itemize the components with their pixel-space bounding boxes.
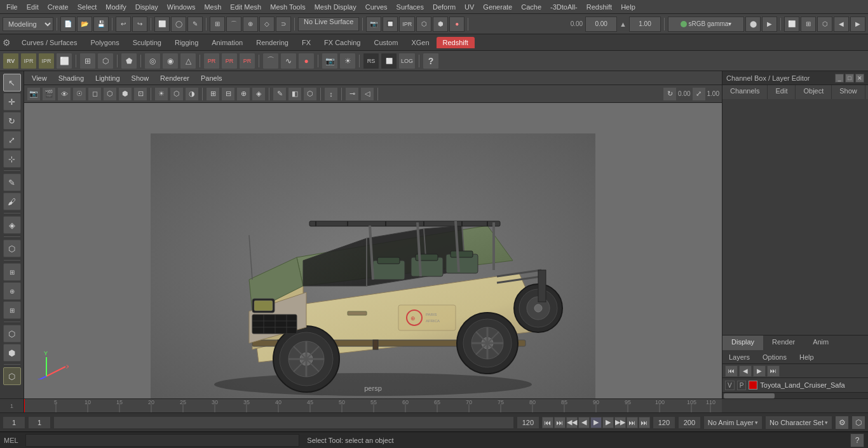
menu-mesh-tools[interactable]: Mesh Tools <box>266 2 309 12</box>
anim-prefs-btn[interactable]: ⚙ <box>835 416 849 430</box>
timeline-track[interactable]: 5 10 15 20 25 30 35 40 45 <box>24 399 722 412</box>
dra-tab-anim[interactable]: Anim <box>804 336 837 350</box>
vp-light2-btn[interactable]: ⬡ <box>170 87 184 101</box>
range-start-field[interactable] <box>3 416 25 429</box>
channel-box-close-btn[interactable]: ✕ <box>855 74 864 83</box>
menu-deform[interactable]: Deform <box>429 2 459 12</box>
vp-gpucache-btn[interactable]: ⬡ <box>303 87 317 101</box>
paint-tool-btn[interactable]: 🖌 <box>3 193 21 210</box>
vp-paint-effects-btn[interactable]: ✎ <box>273 87 287 101</box>
pb-go-end-btn[interactable]: ⏭ <box>639 417 650 428</box>
paint-btn[interactable]: ✎ <box>187 17 203 32</box>
menu-edit-mesh[interactable]: Edit Mesh <box>226 2 265 12</box>
anim-end2-field[interactable] <box>678 416 701 429</box>
menu-modify[interactable]: Modify <box>102 2 130 12</box>
ch-tab-object[interactable]: Object <box>796 85 832 99</box>
vp-snap-cam-btn[interactable]: ⊸ <box>345 87 359 101</box>
vp-img-plane-btn[interactable]: ◧ <box>288 87 302 101</box>
layer-icon-prev[interactable]: ◀ <box>739 365 752 377</box>
shelf-btn1[interactable]: ⬜ <box>784 17 799 32</box>
menu-edit[interactable]: Edit <box>23 2 43 12</box>
char-input-area[interactable] <box>53 416 514 429</box>
display-settings-btn[interactable]: ⬡ <box>416 17 431 32</box>
select-tool-btn[interactable]: ↖ <box>3 74 21 92</box>
snap-surface-btn[interactable]: ◇ <box>259 17 275 32</box>
command-input[interactable] <box>25 434 299 447</box>
vp-menu-view[interactable]: View <box>27 73 52 83</box>
snap-settings-btn[interactable]: ⊞ <box>3 263 21 281</box>
vp-cam-btn[interactable]: 📷 <box>27 87 41 101</box>
anim-extra-btn[interactable]: ⬡ <box>851 416 865 430</box>
menu-generate[interactable]: Generate <box>479 2 516 12</box>
layers-menu-help[interactable]: Help <box>796 352 818 362</box>
snap-magnet-btn[interactable]: ⊃ <box>276 17 291 32</box>
vp-menu-renderer[interactable]: Renderer <box>155 73 194 83</box>
shelf-icon-sphere[interactable]: ◎ <box>144 53 161 69</box>
layer-visibility[interactable]: V <box>725 381 735 390</box>
tab-custom[interactable]: Custom <box>368 37 405 48</box>
menu-curves[interactable]: Curves <box>362 2 391 12</box>
range-end-field[interactable] <box>517 416 539 429</box>
vp-bk-btn[interactable]: ◁ <box>360 87 374 101</box>
pb-go-start-btn[interactable]: ⏮ <box>542 417 553 428</box>
select-mode-btn[interactable]: ⬜ <box>154 17 170 32</box>
vp-menu-shading[interactable]: Shading <box>53 73 89 83</box>
shelf-icon-log[interactable]: LOG <box>398 53 416 69</box>
tab-animation[interactable]: Animation <box>205 37 249 48</box>
menu-cache[interactable]: Cache <box>517 2 545 12</box>
ch-tab-edit[interactable]: Edit <box>768 85 796 99</box>
shelf-btn5[interactable]: ▶ <box>850 17 865 32</box>
shelf-icon-camera[interactable]: 📷 <box>322 53 338 69</box>
vp-shadow-btn[interactable]: ◑ <box>185 87 199 101</box>
shelf-icon-drop[interactable]: ⬟ <box>121 53 137 69</box>
crease-btn[interactable]: ⊞ <box>3 301 21 319</box>
menu-3dtall[interactable]: -3DtoAll- <box>546 2 581 12</box>
pose-btn[interactable]: ⬡ <box>3 367 21 385</box>
vp-menu-panels[interactable]: Panels <box>196 73 227 83</box>
save-scene-btn[interactable]: 💾 <box>93 17 109 32</box>
vp-wire-btn[interactable]: ◻ <box>88 87 102 101</box>
snap-grid-btn[interactable]: ⊞ <box>210 17 225 32</box>
coord-input[interactable]: 0.00 <box>585 17 617 32</box>
undo-btn[interactable]: ↩ <box>116 17 131 32</box>
shelf-btn2[interactable]: ⊞ <box>801 17 816 32</box>
vp-isolate-btn[interactable]: ☉ <box>72 87 86 101</box>
color-settings-btn[interactable]: ⬤ <box>745 17 761 32</box>
pb-prev-key-btn[interactable]: ⏭ <box>554 417 566 428</box>
coord-y-input[interactable]: 1.00 <box>629 17 661 32</box>
pb-prev-frame-btn[interactable]: ◀◀ <box>566 417 578 428</box>
shelf-icon-rv[interactable]: RV <box>3 53 19 69</box>
tab-xgen[interactable]: XGen <box>405 37 435 48</box>
workspace-selector[interactable]: Modeling <box>3 17 53 31</box>
shelf-icon-grid[interactable]: ⊞ <box>79 53 96 69</box>
rotate-tool-btn[interactable]: ↻ <box>3 112 21 130</box>
menu-mesh-display[interactable]: Mesh Display <box>311 2 360 12</box>
layer-icon-prev-prev[interactable]: ⏮ <box>725 365 738 377</box>
snap-curve-btn[interactable]: ⌒ <box>226 17 241 32</box>
shelf-icon-cone[interactable]: △ <box>180 53 196 69</box>
vp-eye-btn[interactable]: 👁 <box>57 87 71 101</box>
move-tool-btn[interactable]: ✛ <box>3 93 21 111</box>
toolbar-expand-btn[interactable]: ▶ <box>762 17 777 32</box>
layer-icon-next-next[interactable]: ⏭ <box>767 365 780 377</box>
shelf-icon-torus[interactable]: ◉ <box>162 53 179 69</box>
resolution-btn[interactable]: ⬢ <box>433 17 448 32</box>
dra-tab-display[interactable]: Display <box>722 336 763 350</box>
anim-layer-dropdown[interactable]: No Anim Layer ▾ <box>703 416 763 430</box>
snap-point-btn[interactable]: ⊕ <box>243 17 258 32</box>
shelf-icon-sun[interactable]: ☀ <box>339 53 356 69</box>
record-btn[interactable]: ● <box>449 17 465 32</box>
shelf-icon-circle[interactable]: ● <box>298 53 315 69</box>
soft-select-btn[interactable]: ✎ <box>3 173 21 191</box>
layers-scrollbar[interactable] <box>722 392 868 398</box>
vp-grid-show-btn[interactable]: ⊞ <box>206 87 220 101</box>
pb-play-btn[interactable]: ▶ <box>590 417 602 428</box>
shelf-btn4[interactable]: ◀ <box>834 17 849 32</box>
layers-menu-layers[interactable]: Layers <box>725 352 754 362</box>
dra-tab-render[interactable]: Render <box>763 336 804 350</box>
lasso-btn[interactable]: ◯ <box>171 17 186 32</box>
menu-select[interactable]: Select <box>74 2 101 12</box>
vp-sel-btn[interactable]: ◈ <box>252 87 266 101</box>
anim-end-field[interactable] <box>653 416 675 429</box>
char-set-dropdown[interactable]: No Character Set ▾ <box>765 416 832 430</box>
